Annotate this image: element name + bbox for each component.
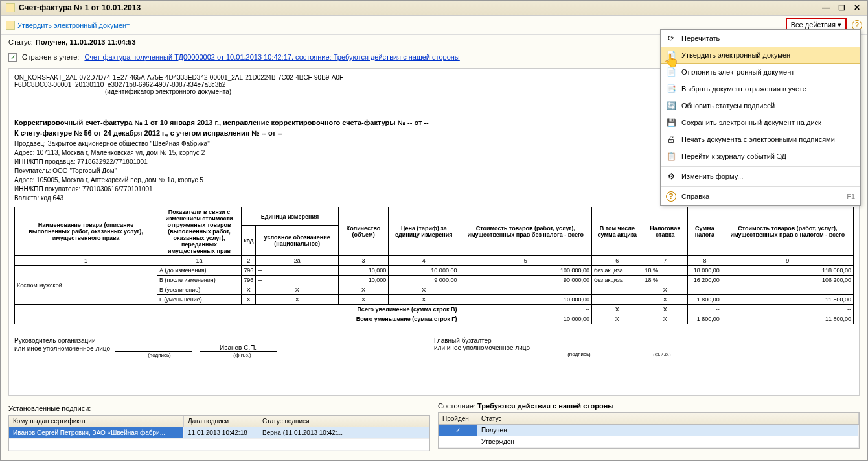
print-icon: 🖨 [666, 134, 676, 145]
close-button[interactable]: ✕ [852, 3, 862, 12]
menu-change-form[interactable]: ⚙Изменить форму... [661, 168, 860, 185]
all-actions-menu: ⟳Перечитать 📄Утвердить электронный докум… [660, 29, 861, 206]
invoice-table: Наименование товара (описание выполненны… [14, 207, 854, 324]
status-value: Получен, 11.01.2013 11:04:53 [36, 38, 136, 46]
app-window: Счет-фактура № 1 от 10.01.2013 — ☐ ✕ Утв… [0, 0, 868, 461]
menu-save-disk[interactable]: 💾Сохранить электронный документ на диск [661, 114, 860, 131]
help-icon: ? [666, 191, 676, 202]
save-icon: 💾 [666, 117, 676, 128]
signature-block: Руководитель организации или иное уполно… [14, 337, 854, 358]
cursor-icon: 👆 [663, 53, 680, 68]
reflected-checkbox[interactable] [8, 53, 17, 62]
minimize-button[interactable]: — [821, 3, 831, 12]
state-grid[interactable]: Пройден Статус ✓ Получен Утвержден [438, 412, 860, 449]
menu-help[interactable]: ?СправкаF1 [661, 188, 860, 205]
approve-command[interactable]: Утвердить электронный документ [6, 21, 130, 30]
settings-icon: ⚙ [666, 171, 676, 182]
window-title: Счет-фактура № 1 от 10.01.2013 [19, 3, 141, 12]
refresh-icon: ⟳ [666, 33, 676, 43]
reflected-link[interactable]: Счет-фактура полученный ТД00000002 от 10… [84, 53, 459, 61]
menu-update-sig[interactable]: 🔄Обновить статусы подписей [661, 97, 860, 114]
signatures-grid[interactable]: Кому выдан сертификат Дата подписи Стату… [8, 415, 430, 451]
state-value: Требуются действия с нашей стороны [477, 402, 614, 410]
menu-reject[interactable]: 📄Отклонить электронный документ [661, 64, 860, 80]
menu-reread[interactable]: ⟳Перечитать [661, 30, 860, 47]
reject-icon: 📄 [666, 67, 676, 77]
state-row[interactable]: Утвержден [439, 436, 859, 448]
signature-row[interactable]: Иванов Сергей Петрович, ЗАО «Швейная фаб… [9, 427, 429, 439]
menu-approve[interactable]: 📄Утвердить электронный документ [661, 47, 860, 64]
state-row[interactable]: ✓ Получен [439, 425, 859, 436]
titlebar: Счет-фактура № 1 от 10.01.2013 — ☐ ✕ [1, 1, 867, 16]
signatures-title: Установленные подписи: [8, 402, 430, 415]
document-icon [6, 3, 15, 12]
menu-print[interactable]: 🖨Печать документа с электронными подпися… [661, 131, 860, 148]
journal-icon: 📋 [666, 151, 676, 161]
select-icon: 📑 [666, 84, 676, 94]
bottom-panels: Установленные подписи: Кому выдан сертиф… [1, 398, 867, 455]
menu-journal[interactable]: 📋Перейти к журналу событий ЭД [661, 148, 860, 165]
maximize-button[interactable]: ☐ [836, 3, 847, 12]
approve-icon [6, 21, 15, 30]
update-icon: 🔄 [666, 100, 676, 111]
menu-select-doc[interactable]: 📑Выбрать документ отражения в учете [661, 80, 860, 97]
